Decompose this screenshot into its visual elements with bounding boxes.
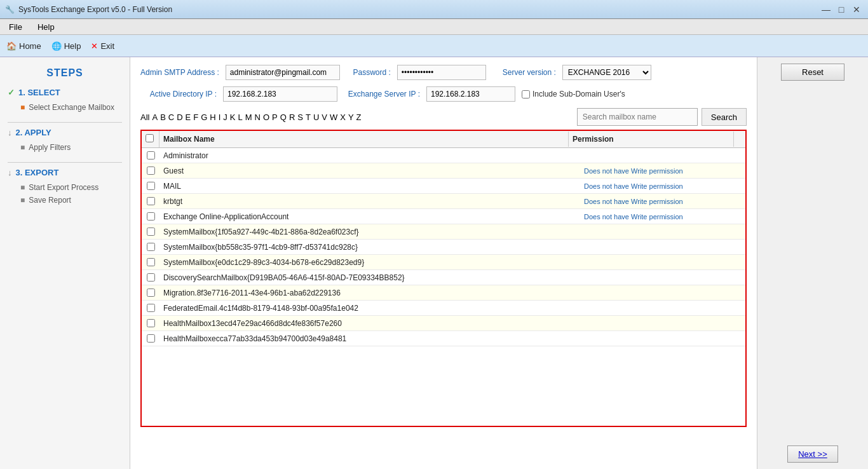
alpha-v[interactable]: V <box>322 112 327 122</box>
row-checkbox-cell <box>142 287 159 299</box>
step3-text: 3. EXPORT <box>16 168 59 177</box>
include-subdomain-checkbox[interactable] <box>522 90 530 99</box>
row-checkbox[interactable] <box>147 319 155 327</box>
toolbar-home[interactable]: 🏠 Home <box>6 41 41 51</box>
row-checkbox[interactable] <box>147 228 155 236</box>
alpha-t[interactable]: T <box>306 112 311 122</box>
menu-bar: File Help <box>0 19 868 35</box>
alpha-m[interactable]: M <box>245 112 252 122</box>
sidebar-item-apply-filters[interactable]: ■ Apply Filters <box>20 142 122 153</box>
alpha-h[interactable]: H <box>210 112 215 122</box>
alpha-r[interactable]: R <box>289 112 295 122</box>
row-checkbox[interactable] <box>147 167 155 175</box>
alpha-l[interactable]: L <box>238 112 243 122</box>
close-button[interactable]: ✕ <box>850 3 863 16</box>
alpha-e[interactable]: E <box>186 112 191 122</box>
permission-cell <box>580 245 745 249</box>
exchange-server-input[interactable] <box>426 86 515 102</box>
alpha-z[interactable]: Z <box>356 112 362 122</box>
menu-file[interactable]: File <box>5 21 26 33</box>
table-row: SystemMailbox{1f05a927-449c-4b21-886a-8d… <box>142 224 745 240</box>
alpha-all[interactable]: All <box>140 112 149 122</box>
title-bar-left: 🔧 SysTools Exchange Export v5.0 - Full V… <box>5 5 172 14</box>
alpha-s[interactable]: S <box>297 112 303 122</box>
toolbar-exit[interactable]: ✕ Exit <box>91 41 114 51</box>
step1-check-icon: ✓ <box>8 88 15 97</box>
search-button[interactable]: Search <box>702 108 747 126</box>
select-all-checkbox[interactable] <box>146 134 154 142</box>
alpha-b[interactable]: B <box>160 112 166 122</box>
reset-button[interactable]: Reset <box>781 64 844 81</box>
middle-section: STEPS ✓ 1. SELECT ■ Select Exchange Mail… <box>0 57 868 469</box>
alpha-row: All A B C D E F G H I J K L M N <box>140 108 747 126</box>
admin-smtp-input[interactable] <box>226 65 340 80</box>
permission-cell <box>580 230 745 234</box>
row-checkbox[interactable] <box>147 289 155 297</box>
row-checkbox-cell <box>142 332 159 344</box>
content-and-right: Admin SMTP Address : Password : Server v… <box>130 57 868 469</box>
permission-cell: Does not have Write permission <box>580 211 745 222</box>
alpha-search-area: Search <box>577 108 747 126</box>
row-checkbox[interactable] <box>147 334 155 343</box>
help-label: Help <box>64 41 81 51</box>
row-checkbox[interactable] <box>147 212 155 221</box>
steps-header: STEPS <box>8 67 122 79</box>
bullet4-icon: ■ <box>20 195 25 206</box>
alpha-a[interactable]: A <box>152 112 158 122</box>
alpha-g[interactable]: G <box>201 112 207 122</box>
header-scroll-col <box>734 136 745 142</box>
row-checkbox[interactable] <box>147 151 155 160</box>
maximize-button[interactable]: □ <box>835 3 848 16</box>
divider1 <box>8 122 122 123</box>
sidebar-item-save-report[interactable]: ■ Save Report <box>20 195 122 206</box>
active-dir-input[interactable] <box>223 86 337 102</box>
next-button[interactable]: Next >> <box>787 445 838 463</box>
server-version-select[interactable]: EXCHANGE 2016 EXCHANGE 2013 EXCHANGE 201… <box>562 65 651 80</box>
row-checkbox[interactable] <box>147 258 155 266</box>
alpha-w[interactable]: W <box>330 112 337 122</box>
permission-cell <box>580 322 745 325</box>
row-checkbox[interactable] <box>147 304 155 312</box>
table-row: Exchange Online-ApplicationAccountDoes n… <box>142 209 745 224</box>
sidebar-item-select-mailbox[interactable]: ■ Select Exchange Mailbox <box>20 102 122 113</box>
include-subdomain-text: Include Sub-Domain User's <box>532 90 625 99</box>
alpha-k[interactable]: K <box>230 112 236 122</box>
row-checkbox[interactable] <box>147 243 155 251</box>
apply-filters-label: Apply Filters <box>29 142 71 153</box>
table-row: GuestDoes not have Write permission <box>142 163 745 179</box>
row-checkbox[interactable] <box>147 197 155 205</box>
include-subdomain-label[interactable]: Include Sub-Domain User's <box>522 90 625 99</box>
row-checkbox-cell <box>142 165 159 177</box>
alpha-f[interactable]: F <box>193 112 198 122</box>
alpha-c[interactable]: C <box>168 112 174 122</box>
title-bar: 🔧 SysTools Exchange Export v5.0 - Full V… <box>0 0 868 19</box>
alpha-n[interactable]: N <box>255 112 261 122</box>
alpha-y[interactable]: Y <box>348 112 354 122</box>
permission-cell: Does not have Write permission <box>580 196 745 207</box>
search-input[interactable] <box>577 108 698 126</box>
minimize-button[interactable]: — <box>820 3 832 16</box>
header-checkbox-col <box>142 131 159 147</box>
alpha-d[interactable]: D <box>177 112 182 122</box>
exit-icon: ✕ <box>91 41 98 51</box>
menu-help[interactable]: Help <box>34 21 58 33</box>
permission-cell <box>580 154 745 158</box>
alpha-p[interactable]: P <box>272 112 278 122</box>
alpha-u[interactable]: U <box>313 112 319 122</box>
table-header: Mailbox Name Permission <box>142 131 745 148</box>
sidebar: STEPS ✓ 1. SELECT ■ Select Exchange Mail… <box>0 57 130 469</box>
mailbox-name-cell: FederatedEmail.4c1f4d8b-8179-4148-93bf-0… <box>159 302 580 315</box>
row-checkbox[interactable] <box>147 182 155 190</box>
alpha-i[interactable]: I <box>219 112 221 122</box>
alpha-j[interactable]: J <box>223 112 227 122</box>
alpha-q[interactable]: Q <box>280 112 287 122</box>
alpha-x[interactable]: X <box>340 112 346 122</box>
alpha-o[interactable]: O <box>263 112 269 122</box>
sidebar-item-start-export[interactable]: ■ Start Export Process <box>20 182 122 193</box>
toolbar-help[interactable]: 🌐 Help <box>51 41 81 51</box>
row-checkbox[interactable] <box>147 273 155 282</box>
password-input[interactable] <box>397 65 486 80</box>
exit-label: Exit <box>100 41 114 51</box>
save-report-label: Save Report <box>29 195 71 206</box>
alpha-links: All A B C D E F G H I J K L M N <box>140 112 362 122</box>
